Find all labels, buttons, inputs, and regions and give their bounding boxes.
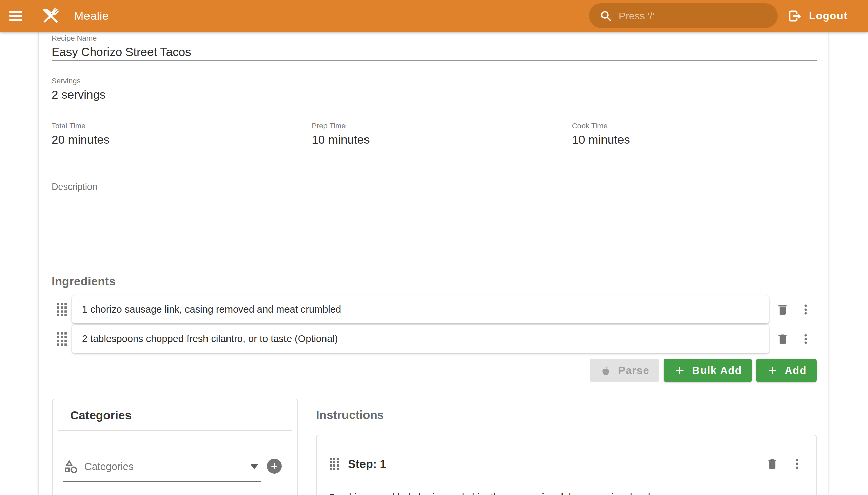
total-time-label: Total Time: [52, 121, 296, 131]
divider: [58, 430, 292, 431]
cook-time-value[interactable]: 10 minutes: [572, 132, 817, 147]
servings-underline: [52, 103, 817, 103]
plus-icon: [766, 364, 779, 377]
dots-vertical-icon: [799, 332, 812, 346]
prep-time-value[interactable]: 10 minutes: [311, 132, 557, 147]
bulk-add-button[interactable]: Bulk Add: [664, 359, 752, 382]
delete-ingredient-button[interactable]: [775, 302, 790, 317]
trash-icon: [776, 332, 789, 346]
ingredient-row: 2 tablespoons chopped fresh cilantro, or…: [52, 325, 817, 353]
search-input[interactable]: Press '/': [589, 3, 778, 28]
description-underline: [52, 256, 817, 256]
add-ingredient-button[interactable]: Add: [756, 359, 817, 382]
recipe-name-label: Recipe Name: [52, 34, 817, 43]
app-logo-utensils-icon: [39, 5, 62, 27]
hamburger-icon: [10, 11, 22, 13]
menu-button[interactable]: [10, 8, 26, 24]
ingredients-heading: Ingredients: [52, 274, 817, 289]
step-header: Step: 1: [328, 456, 805, 471]
logout-label: Logout: [809, 10, 848, 22]
plus-icon: [269, 461, 279, 471]
cook-time-field[interactable]: Cook Time 10 minutes: [572, 121, 817, 149]
total-time-value[interactable]: 20 minutes: [52, 132, 296, 147]
search-placeholder: Press '/': [619, 10, 654, 22]
ingredient-menu-button[interactable]: [798, 331, 813, 346]
instructions-heading: Instructions: [316, 408, 817, 423]
add-category-button[interactable]: [267, 459, 282, 474]
description-textarea[interactable]: [52, 192, 817, 255]
ingredient-row: 1 chorizo sausage link, casing removed a…: [52, 295, 817, 323]
categories-select[interactable]: Categories: [63, 459, 261, 482]
servings-field[interactable]: Servings 2 servings: [52, 76, 817, 103]
prep-time-label: Prep Time: [311, 121, 557, 131]
instructions-column: Instructions Step: 1: [316, 399, 817, 495]
logout-icon: [787, 8, 802, 23]
shapes-icon: [63, 459, 78, 474]
apple-icon: [600, 364, 612, 377]
trash-icon: [766, 457, 779, 471]
ingredient-input[interactable]: 2 tablespoons chopped fresh cilantro, or…: [72, 325, 769, 353]
dots-vertical-icon: [790, 457, 804, 471]
recipe-name-underline: [52, 60, 817, 61]
drag-handle-icon[interactable]: [52, 332, 72, 346]
bottom-section: Categories Categories: [52, 399, 817, 495]
add-label: Add: [785, 364, 806, 377]
recipe-editor-card: Recipe Name Easy Chorizo Street Tacos Se…: [39, 32, 828, 495]
categories-select-row: Categories: [63, 459, 297, 482]
servings-label: Servings: [52, 76, 817, 86]
step-card: Step: 1 Combine crumbled chorizo and chi…: [316, 434, 817, 495]
search-icon: [599, 9, 613, 23]
step-title: Step: 1: [348, 457, 765, 471]
drag-handle-icon[interactable]: [52, 303, 72, 316]
delete-ingredient-button[interactable]: [775, 331, 790, 346]
trash-icon: [776, 303, 789, 316]
cook-time-label: Cook Time: [572, 121, 817, 131]
ingredient-menu-button[interactable]: [798, 302, 813, 317]
categories-title: Categories: [70, 408, 297, 423]
description-label: Description: [52, 181, 817, 192]
app-title: Mealie: [74, 9, 109, 22]
recipe-name-field[interactable]: Recipe Name Easy Chorizo Street Tacos: [52, 34, 817, 61]
header-bar: Mealie Press '/' Logout: [0, 0, 868, 32]
logout-button[interactable]: Logout: [787, 8, 848, 23]
total-time-field[interactable]: Total Time 20 minutes: [52, 121, 296, 149]
parse-button[interactable]: Parse: [590, 359, 660, 382]
categories-card: Categories Categories: [52, 399, 298, 495]
step-text-input[interactable]: Combine crumbled chorizo and chipotle pe…: [328, 491, 805, 495]
ingredient-input[interactable]: 1 chorizo sausage link, casing removed a…: [72, 295, 769, 323]
dots-vertical-icon: [799, 303, 812, 316]
plus-icon: [674, 364, 686, 377]
servings-value[interactable]: 2 servings: [52, 87, 817, 102]
bulk-add-label: Bulk Add: [692, 364, 742, 377]
step-menu-button[interactable]: [790, 456, 805, 471]
ingredient-actions: Parse Bulk Add Add: [52, 359, 817, 382]
times-row: Total Time 20 minutes Prep Time 10 minut…: [52, 121, 817, 149]
delete-step-button[interactable]: [765, 456, 780, 471]
prep-time-field[interactable]: Prep Time 10 minutes: [311, 121, 557, 149]
parse-label: Parse: [618, 364, 649, 377]
chevron-down-icon: [251, 464, 258, 469]
recipe-name-value[interactable]: Easy Chorizo Street Tacos: [52, 45, 817, 59]
categories-select-placeholder: Categories: [84, 461, 251, 472]
drag-handle-icon[interactable]: [328, 458, 340, 470]
